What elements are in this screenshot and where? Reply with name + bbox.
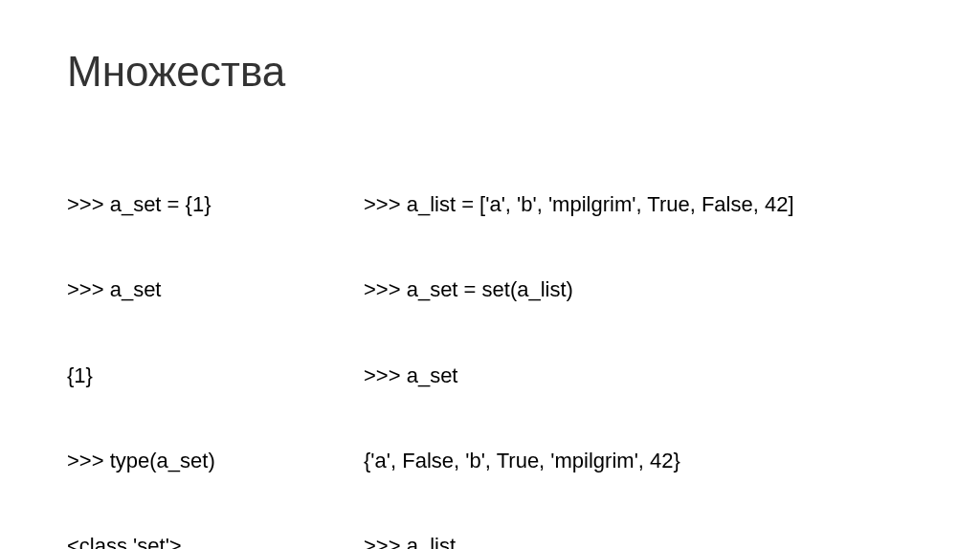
code-line: >>> a_set <box>67 275 287 304</box>
slide-title: Множества <box>67 48 913 96</box>
code-line: >>> a_list = ['a', 'b', 'mpilgrim', True… <box>364 190 794 219</box>
code-line: >>> a_set = {1} <box>67 190 287 219</box>
code-line: {'a', False, 'b', True, 'mpilgrim', 42} <box>364 447 794 475</box>
code-line: >>> a_set = set(a_list) <box>364 275 794 304</box>
code-line: >>> a_list <box>364 532 794 549</box>
code-line: {1} <box>67 362 287 390</box>
code-line: >>> a_set <box>364 362 794 390</box>
slide-content: >>> a_set = {1} >>> a_set {1} >>> type(a… <box>67 134 913 549</box>
code-column-right: >>> a_list = ['a', 'b', 'mpilgrim', True… <box>364 134 794 549</box>
code-line: >>> type(a_set) <box>67 447 287 475</box>
code-line: <class 'set'> <box>67 532 287 549</box>
code-column-left: >>> a_set = {1} >>> a_set {1} >>> type(a… <box>67 134 287 549</box>
